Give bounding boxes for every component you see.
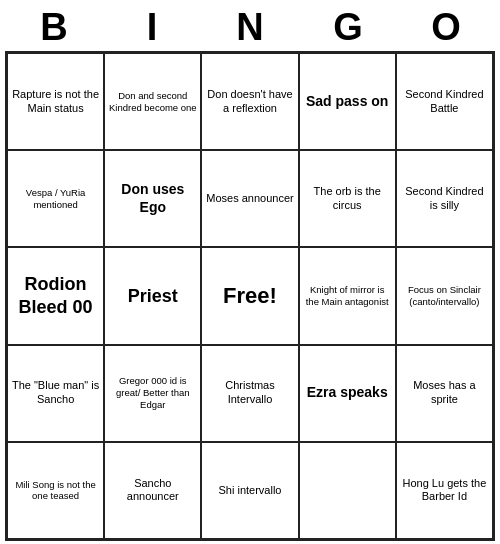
bingo-cell: The orb is the circus <box>299 150 396 247</box>
bingo-cell: Gregor 000 id is great/ Better than Edga… <box>104 345 201 442</box>
bingo-cell: Focus on Sinclair (canto/intervallo) <box>396 247 493 344</box>
bingo-cell: Ezra speaks <box>299 345 396 442</box>
bingo-cell: Moses has a sprite <box>396 345 493 442</box>
bingo-cell: Christmas Intervallo <box>201 345 298 442</box>
bingo-cell: Vespa / YuRia mentioned <box>7 150 104 247</box>
bingo-cell: Knight of mirror is the Main antagonist <box>299 247 396 344</box>
bingo-cell: The "Blue man" is Sancho <box>7 345 104 442</box>
bingo-letter: O <box>401 6 491 49</box>
bingo-cell: Moses announcer <box>201 150 298 247</box>
bingo-cell: Don and second Kindred become one <box>104 53 201 150</box>
bingo-cell: Rapture is not the Main status <box>7 53 104 150</box>
bingo-cell: Shi intervallo <box>201 442 298 539</box>
bingo-cell: Priest <box>104 247 201 344</box>
bingo-cell: Don doesn't have a reflextion <box>201 53 298 150</box>
bingo-cell: Second Kindred is silly <box>396 150 493 247</box>
bingo-cell: Second Kindred Battle <box>396 53 493 150</box>
bingo-cell: Sad pass on <box>299 53 396 150</box>
bingo-letter: I <box>107 6 197 49</box>
bingo-cell: Mili Song is not the one teased <box>7 442 104 539</box>
bingo-letter: B <box>9 6 99 49</box>
bingo-letter: N <box>205 6 295 49</box>
bingo-cell: Free! <box>201 247 298 344</box>
bingo-cell: Hong Lu gets the Barber Id <box>396 442 493 539</box>
bingo-cell: Rodion Bleed 00 <box>7 247 104 344</box>
bingo-cell: Don uses Ego <box>104 150 201 247</box>
bingo-cell: Sancho announcer <box>104 442 201 539</box>
bingo-letter: G <box>303 6 393 49</box>
bingo-header: BINGO <box>5 0 495 51</box>
bingo-grid: Rapture is not the Main statusDon and se… <box>5 51 495 541</box>
bingo-cell <box>299 442 396 539</box>
